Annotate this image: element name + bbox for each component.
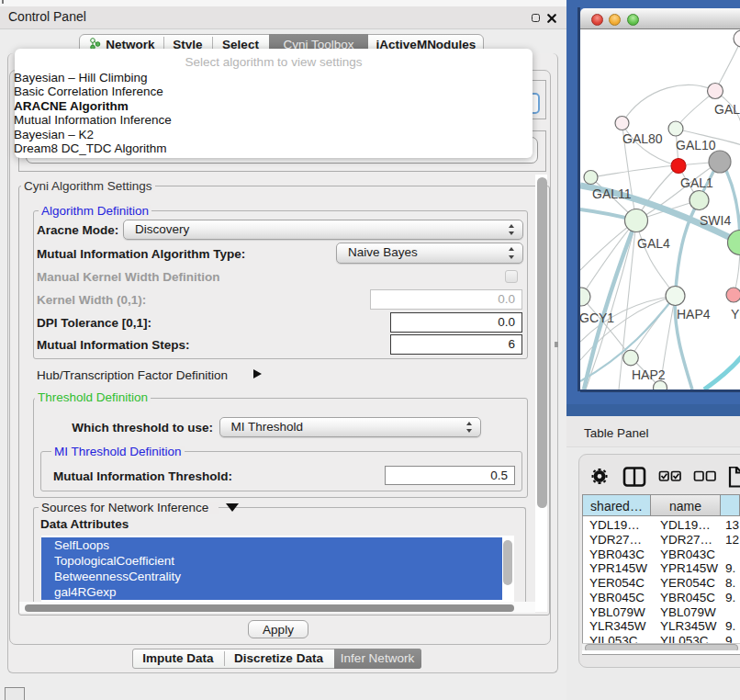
svg-text:HAP4: HAP4 — [677, 307, 711, 322]
svg-text:GAL1: GAL1 — [680, 175, 713, 190]
svg-text:GCY1: GCY1 — [580, 310, 614, 325]
svg-text:GAL11: GAL11 — [592, 186, 632, 201]
svg-text:GAL7: GAL7 — [714, 102, 740, 117]
svg-text:HAP2: HAP2 — [632, 367, 666, 382]
svg-text:SWI4: SWI4 — [700, 213, 731, 228]
svg-text:GAL4: GAL4 — [637, 236, 670, 251]
svg-text:GAL80: GAL80 — [622, 131, 663, 146]
svg-text:GAL10: GAL10 — [676, 138, 716, 152]
svg-text:YE: YE — [731, 307, 740, 322]
